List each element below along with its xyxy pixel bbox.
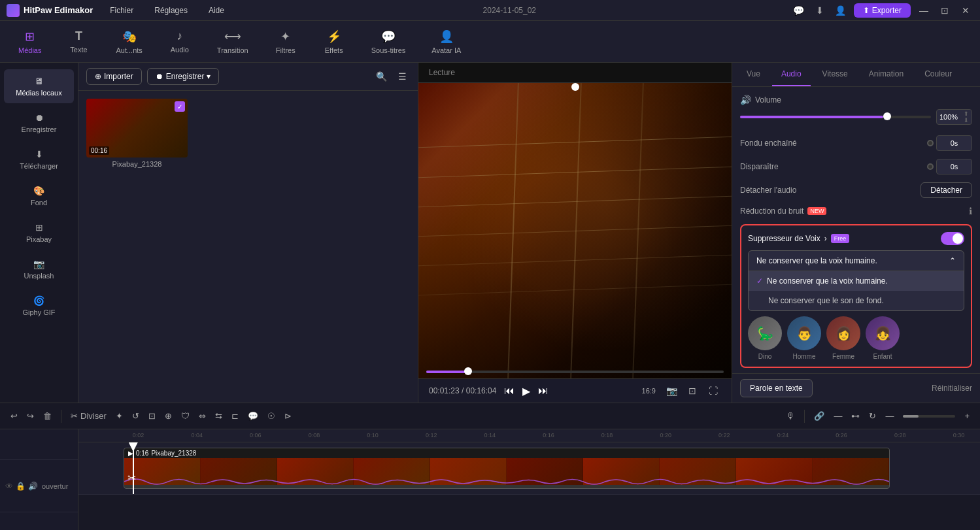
repeat-button[interactable]: ↻ [866, 408, 879, 423]
play-pause-btn[interactable]: ▶ [522, 385, 530, 397]
fondu-value[interactable]: 0s [936, 135, 972, 151]
plus-zoom-button[interactable]: + [962, 408, 972, 423]
tool-soustitres[interactable]: 💬 Sous-titres [366, 25, 411, 58]
close-icon[interactable]: ✕ [958, 3, 973, 18]
mirror-button[interactable]: ⇔ [196, 408, 209, 423]
maximize-icon[interactable]: ⊡ [937, 3, 953, 18]
fullscreen-icon[interactable]: ⛶ [705, 383, 721, 399]
menu-fichier[interactable]: Fichier [106, 5, 137, 16]
tool-filtres[interactable]: ✦ Filtres [269, 25, 302, 58]
dropdown-item-fond[interactable]: Ne conserver que le son de fond. [749, 291, 964, 310]
info-icon[interactable]: ℹ [969, 206, 972, 216]
ruler-mark-5: 0:12 [426, 432, 437, 439]
next-frame-btn[interactable]: ⏭ [538, 385, 549, 397]
link3-button[interactable]: ⊷ [849, 408, 862, 423]
avatar-item-homme[interactable]: 👨 Homme [787, 316, 821, 360]
sidebar-item-enregistrer[interactable]: ⏺ Enregistrer [4, 106, 74, 140]
tool-autts[interactable]: 🎭 Aut...nts [110, 25, 147, 58]
media-check: ✓ [175, 101, 185, 112]
fondu-dot[interactable] [927, 140, 934, 146]
search-icon[interactable]: 🔍 [373, 69, 389, 84]
detach-button[interactable]: Détacher [921, 182, 972, 198]
effects-tl-button[interactable]: ✦ [113, 408, 126, 423]
download-icon[interactable]: ⬇ [812, 3, 828, 18]
list-view-icon[interactable]: ☰ [394, 69, 410, 84]
media-name: Pixabay_21328 [86, 160, 188, 168]
link2-button[interactable]: — [831, 408, 845, 423]
track-lock-icon[interactable]: 🔒 [16, 482, 25, 491]
split-button[interactable]: ✂ Diviser [68, 408, 109, 423]
subtitle-button[interactable]: 💬 [245, 408, 261, 423]
rotate-button[interactable]: ↺ [129, 408, 142, 423]
volume-slider[interactable] [740, 116, 931, 118]
sidebar-item-giphy[interactable]: 🌀 Giphy GIF [4, 289, 74, 323]
stabilize-button[interactable]: 🛡 [178, 408, 192, 423]
user-icon[interactable]: 👤 [833, 3, 849, 18]
dropdown-selected[interactable]: Ne conserver que la voix humaine. ⌃ [749, 251, 964, 271]
redo-button[interactable]: ↪ [24, 408, 37, 423]
dropdown-item-voix[interactable]: ✓ Ne conserver que la voix humaine. [749, 271, 964, 291]
minimize-icon[interactable]: — [916, 3, 932, 18]
track-visible-icon[interactable]: 👁 [5, 482, 13, 491]
sidebar-item-telecharger[interactable]: ⬇ Télécharger [4, 142, 74, 176]
keyframe-button[interactable]: ⊕ [162, 408, 175, 423]
chat-icon[interactable]: 💬 [791, 3, 807, 18]
prev-frame-btn[interactable]: ⏮ [504, 385, 515, 397]
tab-audio[interactable]: Audio [772, 63, 811, 86]
tool-transition[interactable]: ⟷ Transition [212, 25, 254, 58]
avatar-img-enfant: 👧 [866, 316, 900, 350]
minus-zoom-button[interactable]: — [883, 408, 896, 423]
tab-animation[interactable]: Animation [860, 63, 913, 86]
tool-effets[interactable]: ⚡ Effets [318, 25, 350, 58]
avatar-label-femme: Femme [832, 353, 854, 360]
speech-to-text-button[interactable]: Parole en texte [740, 379, 813, 397]
seek-bar[interactable] [426, 371, 724, 373]
voice-dropdown[interactable]: Ne conserver que la voix humaine. ⌃ ✓ Ne… [748, 250, 964, 311]
sidebar-item-unsplash[interactable]: 📷 Unsplash [4, 252, 74, 286]
sidebar-item-fond[interactable]: 🎨 Fond [4, 179, 74, 213]
crop-button[interactable]: ⊡ [146, 408, 158, 423]
track-audio-icon[interactable]: 🔊 [28, 482, 38, 491]
disparaitre-dot[interactable] [927, 163, 934, 170]
tab-couleur[interactable]: Couleur [915, 63, 961, 86]
media-item[interactable]: 00:16 ✓ Pixabay_21328 [86, 99, 188, 168]
record-button[interactable]: ⏺ Enregistrer ▾ [147, 68, 220, 85]
swap-button[interactable]: ⇆ [212, 408, 225, 423]
sidebar-item-pixabay[interactable]: ⊞ Pixabay [4, 216, 74, 250]
tool-texte[interactable]: T Texte [62, 25, 95, 58]
menu-reglages[interactable]: Réglages [150, 5, 192, 16]
disparaitre-value[interactable]: 0s [936, 159, 972, 174]
export-button[interactable]: ⬆ Exporter [854, 3, 911, 18]
volume-value[interactable]: 100% ⬆⬇ [936, 109, 972, 125]
reset-button[interactable]: Réinitialiser [932, 379, 972, 397]
tool-medias[interactable]: ⊞ Médias [13, 25, 46, 58]
video-seekbar[interactable] [418, 371, 732, 373]
menu-bar-right: 💬 ⬇ 👤 ⬆ Exporter — ⊡ ✕ [791, 3, 973, 18]
volume-thumb[interactable] [883, 112, 891, 120]
video-clip[interactable]: ▶ 0:16 Pixabay_21328 [124, 448, 890, 489]
tool-avataria[interactable]: 👤 Avatar IA [426, 25, 466, 58]
tab-vue[interactable]: Vue [737, 63, 769, 86]
delete-button[interactable]: 🗑 [41, 408, 54, 423]
screenshot-icon[interactable]: 📷 [664, 383, 679, 399]
link-button[interactable]: 🔗 [811, 408, 827, 423]
mic-button[interactable]: 🎙 [784, 408, 798, 423]
avatar-item-enfant[interactable]: 👧 Enfant [866, 316, 900, 360]
undo-button[interactable]: ↩ [8, 408, 20, 423]
more-button[interactable]: ⊳ [282, 408, 294, 423]
preview-video[interactable] [418, 83, 732, 378]
pixabay-icon: ⊞ [35, 222, 43, 233]
import-button[interactable]: ⊕ Importer [86, 68, 142, 85]
zoom-slider[interactable] [903, 415, 955, 418]
fullscreen-split-icon[interactable]: ⊡ [684, 383, 700, 399]
avatar-item-femme[interactable]: 👩 Femme [826, 316, 860, 360]
tab-vitesse[interactable]: Vitesse [813, 63, 857, 86]
speed-button[interactable]: ☉ [265, 408, 278, 423]
menu-aide[interactable]: Aide [205, 5, 228, 16]
voice-toggle[interactable] [941, 232, 964, 245]
tool-audio[interactable]: ♪ Audio [163, 25, 196, 58]
avatar-item-dino[interactable]: 🦕 Dino [748, 316, 782, 360]
record-dropdown-icon: ▾ [207, 72, 211, 81]
crop2-button[interactable]: ⊏ [229, 408, 241, 423]
sidebar-item-medias-locaux[interactable]: 🖥 Médias locaux [4, 69, 74, 103]
